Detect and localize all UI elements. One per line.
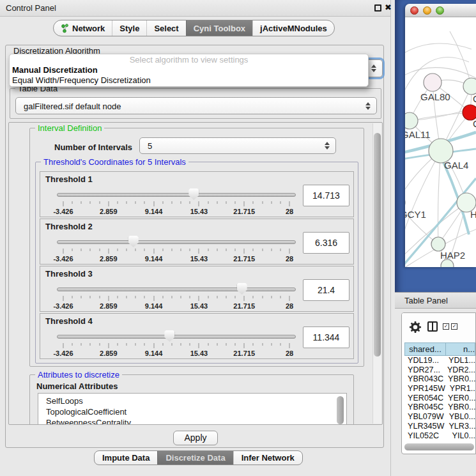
checked-box-icon[interactable]: ✓ bbox=[451, 323, 457, 330]
table-row[interactable]: YBL079WYBL0... bbox=[404, 412, 475, 422]
slider-handle[interactable] bbox=[128, 236, 139, 247]
table-cell[interactable]: YDR27... bbox=[404, 365, 443, 375]
tab-network[interactable]: Network bbox=[54, 20, 112, 36]
table-row[interactable]: YBR045CYBR0... bbox=[404, 403, 475, 412]
gear-icon[interactable] bbox=[409, 321, 422, 334]
tab-jactivemnodules[interactable]: jActiveMNodules bbox=[252, 20, 334, 36]
slider-handle[interactable] bbox=[188, 188, 199, 200]
thresholds-group: Threshold's Coordinates for 5 Intervals … bbox=[35, 162, 358, 364]
node-label: H bbox=[470, 209, 476, 220]
node-ga[interactable] bbox=[463, 78, 476, 95]
tab-impute-data[interactable]: Impute Data bbox=[95, 451, 157, 464]
slider-scale-label: 15.43 bbox=[190, 255, 208, 263]
number-of-intervals-label: Number of Intervals bbox=[54, 142, 132, 152]
tab-style[interactable]: Style bbox=[112, 20, 146, 36]
panel-scrollbar-thumb[interactable] bbox=[374, 133, 381, 357]
threshold-value-field[interactable]: 11.344 bbox=[303, 326, 349, 348]
close-traffic-light-icon[interactable] bbox=[410, 6, 418, 15]
close-icon[interactable]: ✖ bbox=[385, 3, 392, 12]
column-header-shared[interactable]: shared... bbox=[404, 342, 446, 356]
cyni-bottom-tabs: Impute Data Discretize Data Infer Networ… bbox=[94, 450, 303, 465]
slider-tick bbox=[208, 296, 208, 298]
network-icon bbox=[61, 24, 69, 33]
table-cell[interactable]: YIL0... bbox=[448, 431, 475, 441]
slider-handle[interactable] bbox=[164, 330, 174, 342]
table-cell[interactable]: YER054C bbox=[404, 394, 443, 403]
slider-tick bbox=[72, 201, 73, 204]
list-scrollbar-thumb[interactable] bbox=[337, 396, 344, 424]
number-of-intervals-combobox[interactable]: 5 bbox=[139, 137, 336, 154]
numerical-attributes-list[interactable]: SelfLoopsTopologicalCoefficientBetweenne… bbox=[38, 393, 347, 425]
tab-discretize-data[interactable]: Discretize Data bbox=[157, 451, 233, 464]
show-columns-icon[interactable] bbox=[427, 321, 438, 332]
slider-tick bbox=[127, 296, 127, 298]
threshold-slider[interactable]: -3.4262.8599.14415.4321.71528 bbox=[54, 329, 298, 358]
network-canvas[interactable]: GAL80 GA C GAL11 GAL4 GCY1 H HAP2 bbox=[405, 17, 476, 267]
minimize-traffic-light-icon[interactable] bbox=[423, 6, 431, 15]
table-cell[interactable]: YLR345W bbox=[404, 422, 444, 431]
table-cell[interactable]: YIL052C bbox=[404, 431, 448, 441]
table-cell[interactable]: YBR043C bbox=[404, 374, 443, 384]
tab-label: Network bbox=[72, 24, 105, 33]
checked-box-icon[interactable]: ✓ bbox=[443, 323, 449, 330]
threshold-slider[interactable]: -3.4262.8599.14415.4321.71528 bbox=[54, 234, 298, 264]
apply-button[interactable]: Apply bbox=[173, 431, 218, 445]
table-row[interactable]: YBR043CYBR0... bbox=[404, 374, 475, 384]
table-cell[interactable]: YDL19... bbox=[404, 356, 444, 365]
panel-scrollbar[interactable] bbox=[372, 123, 381, 424]
table-row[interactable]: YER054CYER0... bbox=[404, 394, 475, 403]
attribute-list-item[interactable]: TopologicalCoefficient bbox=[46, 406, 346, 417]
float-window-icon[interactable] bbox=[374, 4, 381, 12]
table-cell[interactable]: YER0... bbox=[443, 394, 475, 403]
table-cell[interactable]: YLR3... bbox=[444, 422, 475, 431]
table-cell[interactable]: YPR1... bbox=[445, 384, 475, 394]
table-cell[interactable]: YBR045C bbox=[404, 403, 443, 412]
dropdown-option-equal-width[interactable]: Equal Width/Frequency Discretization bbox=[10, 75, 368, 86]
table-cell[interactable]: YBL0... bbox=[445, 412, 475, 422]
table-cell[interactable]: YBR0... bbox=[443, 403, 475, 412]
slider-scale-label: 28 bbox=[286, 255, 293, 263]
table-cell[interactable]: YDL1... bbox=[444, 356, 475, 365]
table-data-combobox[interactable]: galFiltered.sif default node bbox=[15, 97, 377, 114]
table-cell[interactable]: YBL079W bbox=[404, 412, 445, 422]
slider-handle[interactable] bbox=[237, 283, 247, 295]
slider-tick bbox=[153, 201, 154, 206]
column-header-name[interactable]: n... bbox=[446, 342, 475, 356]
slider-tick bbox=[271, 296, 272, 298]
slider-tick bbox=[226, 296, 226, 298]
slider-tick bbox=[190, 249, 190, 251]
table-cell[interactable]: YBR0... bbox=[443, 374, 475, 384]
table-scrollbar-thumb[interactable] bbox=[404, 443, 474, 450]
node-gal80[interactable] bbox=[424, 73, 441, 91]
threshold-slider[interactable]: -3.4262.8599.14415.4321.71528 bbox=[54, 282, 298, 311]
table-horizontal-scrollbar[interactable] bbox=[404, 443, 474, 451]
attribute-list-item[interactable]: BetweennessCentrality bbox=[46, 417, 346, 425]
threshold-value-field[interactable]: 14.713 bbox=[303, 185, 349, 206]
threshold-value-field[interactable]: 21.4 bbox=[303, 279, 349, 301]
slider-scale: -3.4262.8599.14415.4321.71528 bbox=[63, 282, 289, 311]
attribute-list-item[interactable]: SelfLoops bbox=[46, 395, 346, 406]
dropdown-option-manual[interactable]: Manual Discretization bbox=[10, 65, 368, 75]
threshold-slider[interactable]: -3.4262.8599.14415.4321.71528 bbox=[54, 187, 298, 217]
table-row[interactable]: YDR27...YDR2... bbox=[404, 365, 475, 375]
node-hap2[interactable] bbox=[431, 237, 445, 251]
slider-tick bbox=[90, 343, 91, 346]
tab-label: Infer Network bbox=[242, 453, 295, 463]
tab-cyni-toolbox[interactable]: Cyni Toolbox bbox=[186, 20, 252, 36]
table-row[interactable]: YIL052CYIL0... bbox=[404, 431, 475, 441]
interval-definition-group: Interval Definition Number of Intervals … bbox=[29, 128, 364, 367]
table-cell[interactable]: YPR145W bbox=[404, 384, 445, 394]
slider-tick bbox=[63, 201, 64, 206]
table-cell[interactable]: YDR2... bbox=[443, 365, 475, 375]
threshold-value-field[interactable]: 6.316 bbox=[303, 232, 349, 254]
node-gal11[interactable] bbox=[405, 112, 418, 129]
slider-tick bbox=[217, 343, 217, 346]
table-row[interactable]: YLR345WYLR3... bbox=[404, 422, 475, 431]
slider-tick bbox=[208, 201, 208, 204]
table-row[interactable]: YPR145WYPR1... bbox=[404, 384, 475, 394]
zoom-traffic-light-icon[interactable] bbox=[436, 6, 444, 15]
network-view-window[interactable]: GAL80 GA C GAL11 GAL4 GCY1 H HAP2 bbox=[405, 4, 476, 267]
table-row[interactable]: YDL19...YDL1... bbox=[404, 356, 475, 365]
tab-infer-network[interactable]: Infer Network bbox=[233, 451, 302, 464]
tab-select[interactable]: Select bbox=[146, 20, 185, 36]
